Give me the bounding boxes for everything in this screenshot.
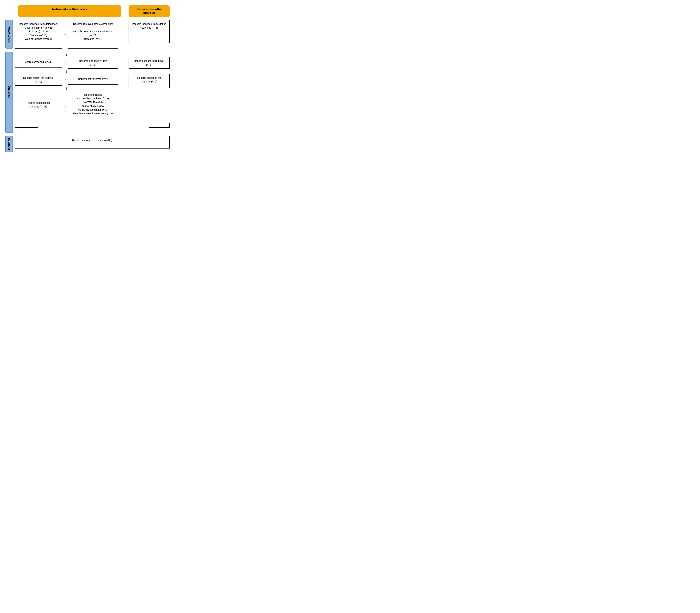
removed-line3: Duplicates (n=191) [71, 37, 115, 41]
not-retrieved-box: Reports not retrieved (n=6) [68, 75, 118, 85]
other-col-ident: Records identified from citation searchi… [129, 20, 170, 49]
db-col-screen: ↓ Records screened (n=446) → Records exc… [15, 52, 118, 121]
col-gap-ident [118, 20, 129, 49]
assessed-other-box: Reports assessed for eligibility (n=5) [129, 74, 170, 88]
db-col-ident: Records identified from databases: Cochr… [15, 20, 118, 49]
other-col-screen: ↓ Reports sought for retrieval (n=5) ↓ R… [129, 52, 170, 121]
retrieval-db-l1: Reports sought for retrieval [17, 76, 59, 80]
assessed-other-l2: eligibility (n=5) [131, 80, 167, 83]
arrow-down-2: ↓ [15, 69, 118, 73]
assessed-db-l1: Reports assessed for [17, 101, 59, 105]
arrow-right-not-retrieved: → [62, 77, 68, 82]
header-other: Retrieved via other sources [129, 5, 170, 17]
merge-connector: ↓ [15, 123, 170, 133]
excl-detail-items: Not healthy population (n=5)No WPHF (n=2… [71, 97, 115, 116]
included-label: Included [5, 136, 13, 152]
db-ident-item: Web of Science (n=453) [17, 37, 59, 41]
arrow-down-other-2: ↓ [129, 69, 170, 73]
excl-title-line1: Records excluded by title [71, 59, 115, 63]
db-ident-item: Scopus (n=159) [17, 34, 59, 37]
excluded-detail-box: Reports excluded: Not healthy population… [68, 91, 118, 121]
included-section: Included Reports included in review (n=3… [5, 136, 170, 152]
excl-detail-item: Animal studies (n=4) [71, 104, 115, 108]
retrieval-db-l2: (n=89) [17, 80, 59, 83]
identification-label: Identification [5, 20, 13, 49]
identification-section: Identification Records identified from d… [5, 20, 170, 49]
merge-top-lines [15, 123, 170, 128]
arrow-right-excl-detail: → [62, 104, 68, 108]
excl-detail-item: No WPHF (n=28) [71, 101, 115, 104]
identification-columns: Records identified from databases: Cochr… [15, 20, 170, 49]
arrow-down-1: ↓ [15, 52, 118, 56]
screening-content: ↓ Records screened (n=446) → Records exc… [15, 52, 170, 133]
screening-columns: ↓ Records screened (n=446) → Records exc… [15, 52, 170, 121]
merge-arrow-down: ↓ [15, 128, 170, 132]
db-ident-line1: Records identified from databases: [17, 22, 59, 26]
excl-detail-item: No TS/TN stimulation (n=3) [71, 108, 115, 112]
screened-box: Records screened (n=446) [15, 58, 62, 68]
db-ident-item: PubMed (n=119) [17, 30, 59, 34]
identification-content: Records identified from databases: Cochr… [15, 20, 170, 49]
col-gap-screen [118, 52, 129, 121]
removed-line2: Ineligible records by automation tools (… [71, 30, 115, 37]
retrieval-db-box: Reports sought for retrieval (n=89) [15, 74, 62, 86]
retrieval-other-l1: Reports sought for retrieval [131, 59, 167, 63]
header-row: Retrieved via Databases Retrieved via ot… [5, 5, 170, 17]
excl-title-line2: (n=357) [71, 63, 115, 67]
included-box: Reports included in review (n=30) [15, 136, 170, 148]
arrow-down-3: ↓ [15, 86, 118, 90]
arrow-right-excl-title: → [62, 61, 68, 65]
removed-before-box: Records removed before screening: Inelig… [68, 20, 118, 49]
excl-detail-line1: Reports excluded: [71, 93, 115, 97]
screening-section: Screening ↓ Records screened (n=446) → R… [5, 52, 170, 133]
excl-detail-item: Other than NMES interventions (n=18) [71, 112, 115, 116]
db-identified-box: Records identified from databases: Cochr… [15, 20, 62, 49]
prisma-diagram: Retrieved via Databases Retrieved via ot… [5, 5, 170, 155]
excluded-title-box: Records excluded by title (n=357) [68, 57, 118, 69]
arrow-down-other-1: ↓ [129, 52, 170, 56]
db-ident-items: Cochrane Library (n=58)PubMed (n=119)Sco… [17, 26, 59, 41]
included-content: Reports included in review (n=30) [15, 136, 170, 152]
merge-mid-gap [38, 123, 149, 128]
arrow-right-removed: → [62, 32, 68, 37]
assessed-other-l1: Reports assessed for [131, 76, 167, 80]
excl-detail-item: Not healthy population (n=5) [71, 97, 115, 101]
db-ident-item: Cochrane Library (n=58) [17, 26, 59, 30]
retrieval-other-l2: (n=5) [131, 63, 167, 67]
retrieval-other-box: Reports sought for retrieval (n=5) [129, 57, 170, 69]
merge-right-line [149, 123, 170, 128]
merge-left-line [15, 123, 38, 128]
screening-label: Screening [5, 52, 13, 133]
header-db: Retrieved via Databases [18, 5, 121, 17]
removed-line1: Records removed before screening: [71, 22, 115, 26]
assessed-db-box: Reports assessed for eligibility (n=83) [15, 99, 62, 113]
other-identified-box: Records identified from citation searchi… [129, 20, 170, 43]
assessed-db-l2: eligibility (n=83) [17, 105, 59, 108]
